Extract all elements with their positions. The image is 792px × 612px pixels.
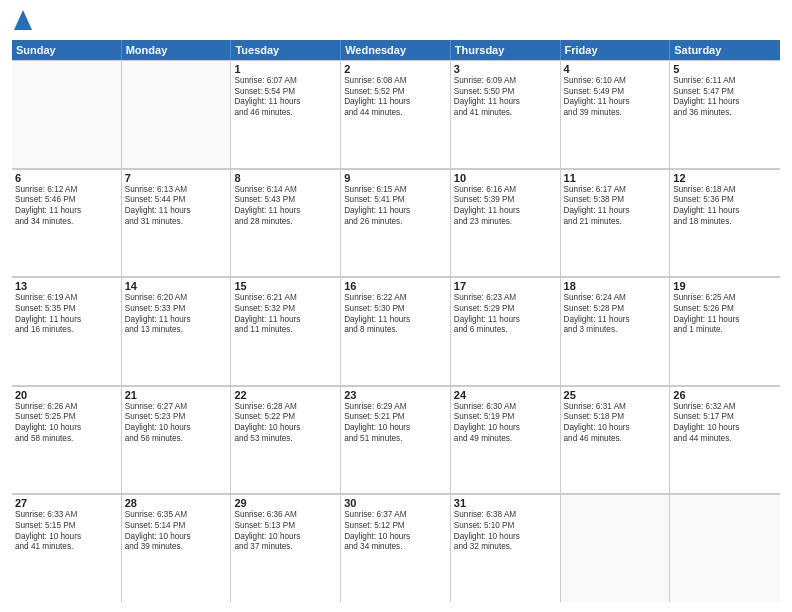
calendar-cell-13: 13Sunrise: 6:19 AMSunset: 5:35 PMDayligh… xyxy=(12,277,122,385)
daylight-hours: Daylight: 10 hours xyxy=(125,423,228,434)
calendar-cell-24: 24Sunrise: 6:30 AMSunset: 5:19 PMDayligh… xyxy=(451,386,561,494)
sunrise-text: Sunrise: 6:26 AM xyxy=(15,402,118,413)
day-number: 28 xyxy=(125,497,228,509)
day-number: 19 xyxy=(673,280,777,292)
sunrise-text: Sunrise: 6:08 AM xyxy=(344,76,447,87)
daylight-hours: Daylight: 11 hours xyxy=(15,315,118,326)
header-day-saturday: Saturday xyxy=(670,40,780,60)
day-number: 16 xyxy=(344,280,447,292)
day-number: 10 xyxy=(454,172,557,184)
header-day-thursday: Thursday xyxy=(451,40,561,60)
sunset-text: Sunset: 5:43 PM xyxy=(234,195,337,206)
calendar-cell-5: 5Sunrise: 6:11 AMSunset: 5:47 PMDaylight… xyxy=(670,60,780,168)
day-number: 7 xyxy=(125,172,228,184)
sunrise-text: Sunrise: 6:21 AM xyxy=(234,293,337,304)
daylight-minutes: and 58 minutes. xyxy=(15,434,118,445)
calendar-cell-27: 27Sunrise: 6:33 AMSunset: 5:15 PMDayligh… xyxy=(12,494,122,602)
daylight-minutes: and 26 minutes. xyxy=(344,217,447,228)
daylight-minutes: and 46 minutes. xyxy=(234,108,337,119)
calendar-cell-empty-4-6 xyxy=(670,494,780,602)
sunset-text: Sunset: 5:44 PM xyxy=(125,195,228,206)
calendar-cell-29: 29Sunrise: 6:36 AMSunset: 5:13 PMDayligh… xyxy=(231,494,341,602)
sunrise-text: Sunrise: 6:09 AM xyxy=(454,76,557,87)
sunset-text: Sunset: 5:26 PM xyxy=(673,304,777,315)
daylight-minutes: and 44 minutes. xyxy=(673,434,777,445)
day-number: 20 xyxy=(15,389,118,401)
calendar-cell-12: 12Sunrise: 6:18 AMSunset: 5:36 PMDayligh… xyxy=(670,169,780,277)
daylight-hours: Daylight: 11 hours xyxy=(564,97,667,108)
sunrise-text: Sunrise: 6:22 AM xyxy=(344,293,447,304)
calendar-row-2: 6Sunrise: 6:12 AMSunset: 5:46 PMDaylight… xyxy=(12,169,780,278)
daylight-hours: Daylight: 11 hours xyxy=(125,206,228,217)
sunset-text: Sunset: 5:32 PM xyxy=(234,304,337,315)
day-number: 3 xyxy=(454,63,557,75)
day-number: 8 xyxy=(234,172,337,184)
sunset-text: Sunset: 5:10 PM xyxy=(454,521,557,532)
sunrise-text: Sunrise: 6:15 AM xyxy=(344,185,447,196)
header-day-sunday: Sunday xyxy=(12,40,122,60)
calendar-cell-22: 22Sunrise: 6:28 AMSunset: 5:22 PMDayligh… xyxy=(231,386,341,494)
calendar-row-5: 27Sunrise: 6:33 AMSunset: 5:15 PMDayligh… xyxy=(12,494,780,602)
daylight-minutes: and 11 minutes. xyxy=(234,325,337,336)
sunrise-text: Sunrise: 6:11 AM xyxy=(673,76,777,87)
sunset-text: Sunset: 5:28 PM xyxy=(564,304,667,315)
sunrise-text: Sunrise: 6:17 AM xyxy=(564,185,667,196)
daylight-hours: Daylight: 10 hours xyxy=(15,532,118,543)
calendar-row-3: 13Sunrise: 6:19 AMSunset: 5:35 PMDayligh… xyxy=(12,277,780,386)
sunrise-text: Sunrise: 6:29 AM xyxy=(344,402,447,413)
sunrise-text: Sunrise: 6:33 AM xyxy=(15,510,118,521)
calendar-header: SundayMondayTuesdayWednesdayThursdayFrid… xyxy=(12,40,780,60)
sunset-text: Sunset: 5:49 PM xyxy=(564,87,667,98)
calendar-cell-25: 25Sunrise: 6:31 AMSunset: 5:18 PMDayligh… xyxy=(561,386,671,494)
daylight-minutes: and 8 minutes. xyxy=(344,325,447,336)
calendar: SundayMondayTuesdayWednesdayThursdayFrid… xyxy=(12,40,780,602)
sunset-text: Sunset: 5:36 PM xyxy=(673,195,777,206)
day-number: 9 xyxy=(344,172,447,184)
day-number: 22 xyxy=(234,389,337,401)
sunset-text: Sunset: 5:50 PM xyxy=(454,87,557,98)
sunset-text: Sunset: 5:13 PM xyxy=(234,521,337,532)
sunset-text: Sunset: 5:21 PM xyxy=(344,412,447,423)
daylight-hours: Daylight: 10 hours xyxy=(344,423,447,434)
daylight-minutes: and 32 minutes. xyxy=(454,542,557,553)
sunrise-text: Sunrise: 6:38 AM xyxy=(454,510,557,521)
calendar-cell-18: 18Sunrise: 6:24 AMSunset: 5:28 PMDayligh… xyxy=(561,277,671,385)
sunrise-text: Sunrise: 6:23 AM xyxy=(454,293,557,304)
sunset-text: Sunset: 5:18 PM xyxy=(564,412,667,423)
daylight-hours: Daylight: 11 hours xyxy=(125,315,228,326)
day-number: 4 xyxy=(564,63,667,75)
sunset-text: Sunset: 5:41 PM xyxy=(344,195,447,206)
daylight-minutes: and 39 minutes. xyxy=(125,542,228,553)
logo-icon xyxy=(14,10,32,30)
calendar-cell-10: 10Sunrise: 6:16 AMSunset: 5:39 PMDayligh… xyxy=(451,169,561,277)
sunset-text: Sunset: 5:25 PM xyxy=(15,412,118,423)
daylight-minutes: and 21 minutes. xyxy=(564,217,667,228)
daylight-minutes: and 34 minutes. xyxy=(344,542,447,553)
sunset-text: Sunset: 5:22 PM xyxy=(234,412,337,423)
day-number: 17 xyxy=(454,280,557,292)
sunrise-text: Sunrise: 6:25 AM xyxy=(673,293,777,304)
calendar-cell-6: 6Sunrise: 6:12 AMSunset: 5:46 PMDaylight… xyxy=(12,169,122,277)
daylight-hours: Daylight: 11 hours xyxy=(344,97,447,108)
daylight-hours: Daylight: 11 hours xyxy=(234,97,337,108)
day-number: 2 xyxy=(344,63,447,75)
daylight-hours: Daylight: 10 hours xyxy=(234,532,337,543)
day-number: 5 xyxy=(673,63,777,75)
calendar-cell-28: 28Sunrise: 6:35 AMSunset: 5:14 PMDayligh… xyxy=(122,494,232,602)
day-number: 26 xyxy=(673,389,777,401)
daylight-minutes: and 34 minutes. xyxy=(15,217,118,228)
sunrise-text: Sunrise: 6:19 AM xyxy=(15,293,118,304)
sunrise-text: Sunrise: 6:32 AM xyxy=(673,402,777,413)
header xyxy=(12,10,780,34)
daylight-hours: Daylight: 11 hours xyxy=(564,206,667,217)
day-number: 6 xyxy=(15,172,118,184)
daylight-minutes: and 28 minutes. xyxy=(234,217,337,228)
calendar-cell-19: 19Sunrise: 6:25 AMSunset: 5:26 PMDayligh… xyxy=(670,277,780,385)
sunset-text: Sunset: 5:33 PM xyxy=(125,304,228,315)
sunset-text: Sunset: 5:19 PM xyxy=(454,412,557,423)
calendar-cell-30: 30Sunrise: 6:37 AMSunset: 5:12 PMDayligh… xyxy=(341,494,451,602)
header-day-tuesday: Tuesday xyxy=(231,40,341,60)
calendar-cell-4: 4Sunrise: 6:10 AMSunset: 5:49 PMDaylight… xyxy=(561,60,671,168)
day-number: 21 xyxy=(125,389,228,401)
day-number: 27 xyxy=(15,497,118,509)
